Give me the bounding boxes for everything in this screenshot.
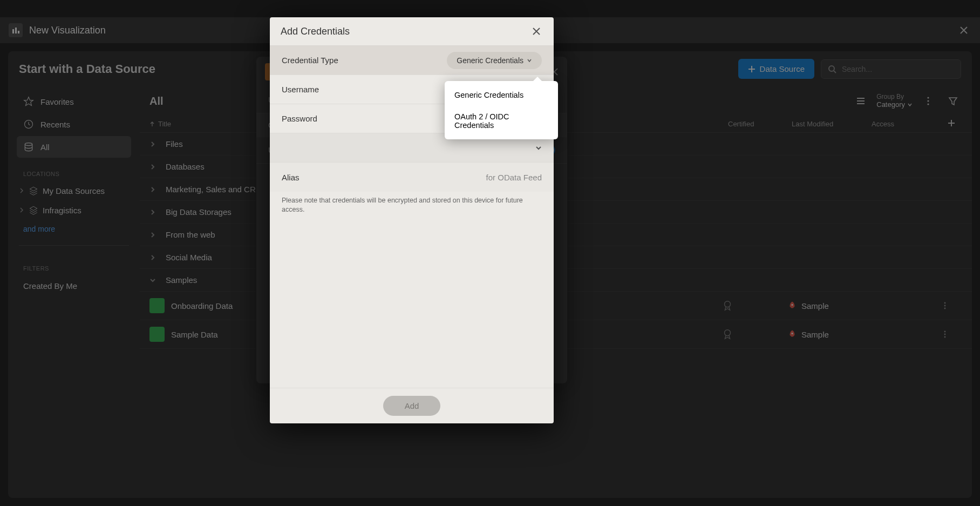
credential-type-row: Credential Type Generic Credentials <box>270 46 554 75</box>
chevron-down-icon <box>535 145 542 151</box>
add-button[interactable]: Add <box>383 396 441 416</box>
credential-type-label: Credential Type <box>282 56 338 65</box>
credential-type-dropdown[interactable]: Generic Credentials <box>447 52 542 69</box>
alias-value: for OData Feed <box>486 173 542 182</box>
chevron-down-icon <box>527 58 532 63</box>
close-icon <box>532 27 541 36</box>
alias-label: Alias <box>282 173 300 182</box>
encryption-note: Please note that credentials will be enc… <box>270 192 554 224</box>
password-label: Password <box>282 114 317 123</box>
username-label: Username <box>282 85 319 94</box>
cred-modal-title: Add Credentials <box>281 26 350 37</box>
menu-item-oauth[interactable]: OAuth 2 / OIDC Credentials <box>445 106 558 136</box>
alias-row[interactable]: Alias for OData Feed <box>270 163 554 192</box>
cred-modal-close-button[interactable] <box>530 25 543 38</box>
credential-type-menu: Generic Credentials OAuth 2 / OIDC Crede… <box>445 81 558 139</box>
add-credentials-modal: Add Credentials Credential Type Generic … <box>270 17 554 423</box>
menu-item-generic[interactable]: Generic Credentials <box>445 84 558 106</box>
